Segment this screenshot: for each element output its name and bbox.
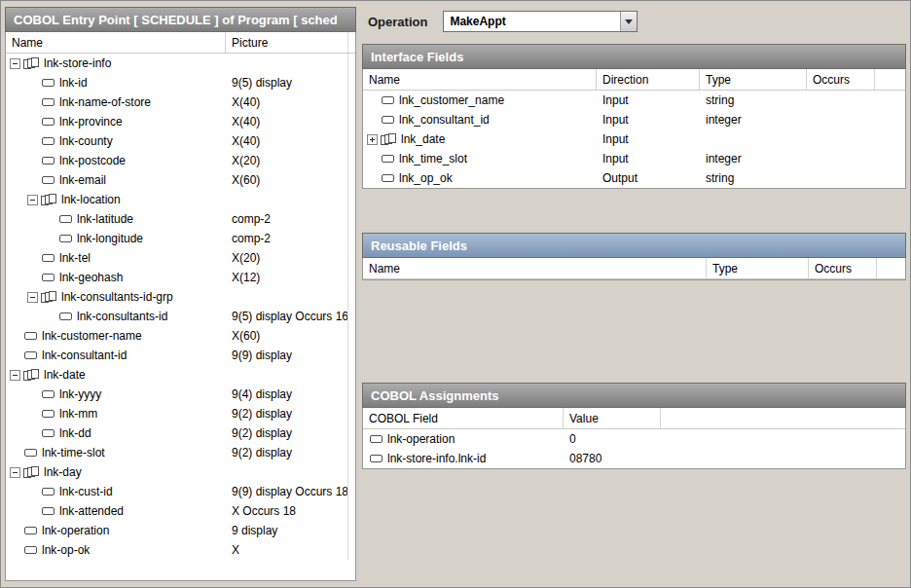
- picture-cell: X Occurs 18: [226, 501, 348, 521]
- tree-item-label: lnk-date: [44, 368, 86, 382]
- interface-field-row[interactable]: lnk_consultant_idInputinteger: [363, 110, 905, 129]
- picture-cell: X(40): [226, 92, 348, 112]
- column-header-type[interactable]: Type: [707, 258, 809, 278]
- tree-name-cell: lnk-latitude: [6, 209, 226, 229]
- column-header-occurs[interactable]: Occurs: [809, 258, 877, 278]
- interface-fields-title-bar: Interface Fields: [362, 44, 906, 69]
- expander-slot: [10, 370, 23, 381]
- tree-row[interactable]: lnk-operation9 display: [6, 521, 355, 540]
- column-header-value[interactable]: Value: [564, 408, 661, 428]
- tree-row[interactable]: lnk-date: [6, 365, 355, 385]
- column-header-direction[interactable]: Direction: [597, 69, 700, 90]
- tree-row[interactable]: lnk-id9(5) display: [6, 73, 355, 92]
- expander-plus-icon[interactable]: [367, 134, 378, 145]
- tree-name-cell: lnk-longitude: [6, 229, 226, 248]
- column-header-occurs[interactable]: Occurs: [807, 69, 875, 90]
- field-icon: [42, 98, 55, 106]
- tree-item-label: lnk-email: [59, 173, 106, 187]
- tree-row[interactable]: lnk-name-of-storeX(40): [6, 92, 355, 112]
- tree-row[interactable]: lnk-time-slot9(2) display: [6, 443, 355, 462]
- tree-item-label: lnk-consultants-id: [77, 310, 167, 323]
- chevron-down-icon: [625, 19, 633, 24]
- tree-name-cell: lnk-name-of-store: [6, 92, 226, 112]
- reusable-fields-section: Reusable Fields Name Type Occurs: [362, 233, 906, 332]
- field-icon: [42, 410, 55, 418]
- tree-row[interactable]: lnk-op-okX: [6, 540, 355, 560]
- expander-slot: [10, 467, 23, 478]
- tree-row[interactable]: lnk-day: [6, 462, 355, 482]
- tree-name-cell: lnk-mm: [6, 404, 226, 423]
- tree-row[interactable]: lnk-longitudecomp-2: [6, 229, 355, 248]
- field-icon: [24, 449, 37, 457]
- field-name-cell: lnk_time_slot: [363, 149, 597, 168]
- tree-row[interactable]: lnk-attendedX Occurs 18: [6, 501, 355, 521]
- tree-row[interactable]: lnk-customer-nameX(60): [6, 326, 355, 346]
- assignment-row[interactable]: lnk-store-info.lnk-id08780: [363, 449, 905, 468]
- type-cell: string: [700, 168, 807, 188]
- picture-cell: [226, 287, 348, 307]
- tree-row[interactable]: lnk-latitudecomp-2: [6, 209, 355, 229]
- interface-field-row[interactable]: lnk_dateInput: [363, 129, 905, 149]
- interface-field-row[interactable]: lnk_op_okOutputstring: [363, 168, 905, 188]
- tree-name-cell: lnk-province: [6, 112, 226, 131]
- expander-minus-icon[interactable]: [27, 292, 38, 303]
- tree-name-cell: lnk-email: [6, 170, 226, 190]
- tree-name-cell: lnk-op-ok: [6, 540, 226, 560]
- tree-row[interactable]: lnk-consultant-id9(9) display: [6, 346, 355, 365]
- cobol-field-label: lnk-operation: [387, 432, 455, 446]
- tree-row[interactable]: lnk-provinceX(40): [6, 112, 355, 131]
- tree-item-label: lnk-attended: [59, 504, 124, 518]
- tree-row[interactable]: lnk-consultants-id-grp: [6, 287, 355, 307]
- tree-row[interactable]: lnk-geohashX(12): [6, 268, 355, 287]
- dropdown-button[interactable]: [620, 12, 637, 31]
- cobol-assignments-rows: lnk-operation0lnk-store-info.lnk-id08780: [363, 429, 905, 468]
- picture-cell: [226, 54, 348, 73]
- expander-minus-icon[interactable]: [27, 195, 38, 205]
- interface-field-row[interactable]: lnk_time_slotInputinteger: [363, 149, 905, 168]
- column-header-type[interactable]: Type: [700, 69, 807, 90]
- expander-minus-icon[interactable]: [10, 58, 20, 69]
- picture-cell: [226, 190, 348, 209]
- tree-item-label: lnk-operation: [42, 524, 109, 537]
- group-pages-icon: [41, 194, 58, 205]
- tree-item-label: lnk-province: [59, 115, 123, 129]
- tree-row[interactable]: lnk-telX(20): [6, 248, 355, 268]
- operation-dropdown[interactable]: MakeAppt: [443, 11, 638, 32]
- tree-item-label: lnk-day: [44, 465, 82, 479]
- assignment-row[interactable]: lnk-operation0: [363, 429, 905, 449]
- tree-row[interactable]: lnk-store-info: [6, 54, 355, 73]
- field-icon: [24, 546, 37, 554]
- tree-item-label: lnk-consultant-id: [42, 349, 127, 362]
- expander-minus-icon[interactable]: [10, 467, 20, 478]
- tree-row[interactable]: lnk-dd9(2) display: [6, 423, 355, 443]
- column-header-name[interactable]: Name: [6, 32, 226, 53]
- field-name-label: lnk_consultant_id: [399, 113, 490, 127]
- cobol-field-cell: lnk-operation: [363, 429, 564, 449]
- column-header-name[interactable]: Name: [363, 69, 597, 90]
- tree-row[interactable]: lnk-emailX(60): [6, 170, 355, 190]
- column-header-cobol-field[interactable]: COBOL Field: [363, 408, 564, 428]
- tree-row[interactable]: lnk-mm9(2) display: [6, 404, 355, 423]
- column-header-picture[interactable]: Picture: [226, 32, 348, 53]
- tree-row[interactable]: lnk-countyX(40): [6, 131, 355, 151]
- tree-row[interactable]: lnk-cust-id9(9) display Occurs 18: [6, 482, 355, 501]
- expander-slot: [27, 195, 41, 205]
- tree-row[interactable]: lnk-yyyy9(4) display: [6, 385, 355, 404]
- column-header-name[interactable]: Name: [363, 258, 707, 278]
- tree-row[interactable]: lnk-location: [6, 190, 355, 209]
- cobol-assignments-title: COBOL Assignments: [371, 388, 498, 403]
- picture-cell: 9(5) display Occurs 16: [226, 307, 348, 326]
- picture-cell: [226, 365, 348, 385]
- field-name-cell: lnk_customer_name: [363, 91, 597, 110]
- entry-point-tree-rows: lnk-store-infolnk-id9(5) displaylnk-name…: [6, 54, 355, 580]
- tree-name-cell: lnk-customer-name: [6, 326, 226, 346]
- field-icon: [42, 176, 55, 184]
- tree-name-cell: lnk-time-slot: [6, 443, 226, 462]
- picture-cell: X(60): [226, 326, 348, 346]
- interface-field-row[interactable]: lnk_customer_nameInputstring: [363, 91, 905, 110]
- expander-minus-icon[interactable]: [10, 370, 20, 381]
- expander-slot: [27, 292, 41, 303]
- tree-row[interactable]: lnk-consultants-id9(5) display Occurs 16: [6, 307, 355, 326]
- tree-item-label: lnk-location: [61, 193, 121, 206]
- tree-row[interactable]: lnk-postcodeX(20): [6, 151, 355, 170]
